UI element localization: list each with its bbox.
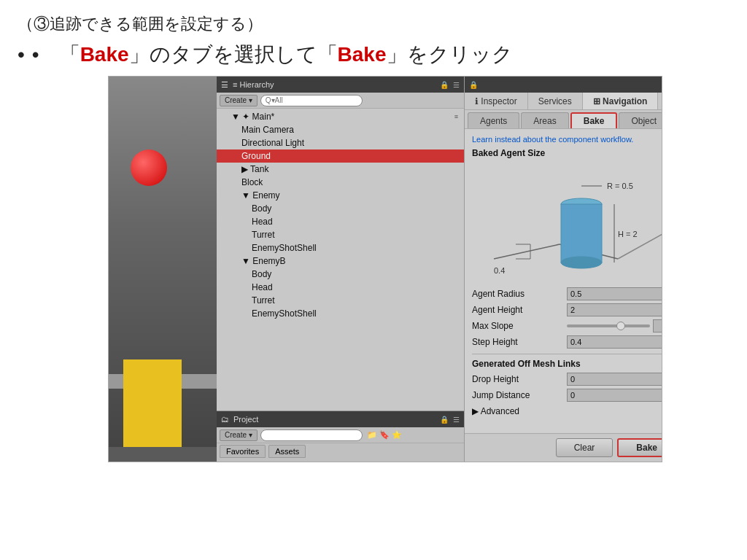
max-slope-slider-thumb[interactable] (616, 322, 625, 330)
hierarchy-search[interactable] (260, 95, 363, 106)
project-folder-icon: 🗂 (221, 415, 229, 424)
max-slope-slider-container (567, 319, 662, 332)
clear-button[interactable]: Clear (556, 438, 614, 457)
bake-button[interactable]: Bake (617, 438, 662, 457)
max-slope-label: Max Slope (472, 321, 567, 331)
tab-agents-label: Agents (480, 116, 507, 126)
step-height-label: Step Height (472, 337, 567, 347)
hierarchy-title: ≡ Hierarchy (233, 80, 274, 89)
agent-radius-label: Agent Radius (472, 289, 567, 299)
tab-navigation[interactable]: ⊞ Navigation (583, 93, 659, 109)
generated-off-mesh-title: Generated Off Mesh Links (472, 359, 662, 369)
svg-point-4 (561, 257, 602, 268)
inspector-icon: ℹ (475, 96, 479, 106)
hier-item-enemyb[interactable]: ▼ EnemyB (217, 254, 464, 268)
bottom-buttons-bar: Clear Bake (465, 433, 662, 462)
line2-suffix: 」をクリック (387, 41, 513, 69)
hier-tank-label: ▶ Tank (241, 164, 268, 174)
baked-agent-size-title: Baked Agent Size (472, 148, 662, 158)
line2-mid: 」のタブを選択して「 (129, 41, 338, 69)
hier-enemy-body-label: Body (252, 203, 271, 214)
hier-item-enemy-turret[interactable]: Turret (217, 228, 464, 241)
hier-item-enemyb-turret[interactable]: Turret (217, 294, 464, 307)
step-height-input[interactable] (567, 335, 662, 349)
svg-text:H = 2: H = 2 (618, 230, 638, 238)
hier-main-camera-label: Main Camera (241, 125, 294, 135)
svg-text:R = 0.5: R = 0.5 (607, 182, 633, 190)
tab-navigation-label: Navigation (603, 96, 647, 106)
hier-item-enemy-head[interactable]: Head (217, 215, 464, 228)
project-icons: 📁 🔖 ⭐ (367, 430, 402, 440)
step-height-row: Step Height (472, 335, 662, 349)
max-slope-row: Max Slope (472, 319, 662, 333)
hierarchy-titlebar: ☰ ≡ Hierarchy 🔒 ☰ (217, 77, 464, 93)
nav-tab-bake[interactable]: Bake (570, 112, 618, 128)
hier-item-block[interactable]: Block (217, 176, 464, 189)
hier-enemy-shot-label: EnemyShotShell (252, 243, 317, 253)
drop-height-label: Drop Height (472, 374, 567, 384)
hier-block-label: Block (241, 177, 263, 187)
hier-enemyb-shot-label: EnemyShotShell (252, 308, 317, 319)
create-button[interactable]: Create ▾ (220, 95, 258, 106)
hier-item-directional-light[interactable]: Directional Light (217, 136, 464, 149)
jump-distance-input[interactable] (567, 389, 662, 402)
drop-height-row: Drop Height (472, 372, 662, 386)
max-slope-value[interactable] (653, 319, 662, 332)
section-divider-1 (472, 354, 662, 354)
heading-line1: （③追跡できる範囲を設定する） (18, 13, 729, 35)
hierarchy-icon: ☰ (221, 80, 228, 90)
max-slope-slider-track[interactable] (567, 324, 650, 327)
agent-height-input[interactable] (567, 303, 662, 316)
hier-item-tank[interactable]: ▶ Tank (217, 163, 464, 176)
project-create-button[interactable]: Create ▾ (220, 429, 258, 441)
tab-inspector-label: Inspector (481, 96, 516, 106)
agent-height-row: Agent Height (472, 303, 662, 317)
project-menu-icon: ☰ (453, 416, 460, 424)
nav-tab-agents[interactable]: Agents (468, 112, 519, 128)
nav-tab-areas[interactable]: Areas (521, 112, 568, 128)
agent-height-label: Agent Height (472, 305, 567, 315)
tab-inspector[interactable]: ℹ Inspector (465, 93, 528, 109)
tab-services-label: Services (538, 96, 572, 106)
hier-item-enemyb-head[interactable]: Head (217, 281, 464, 294)
hier-enemy-head-label: Head (252, 217, 273, 227)
drop-height-input[interactable] (567, 373, 662, 386)
bullet: • (18, 43, 25, 66)
project-toolbar: Create ▾ 📁 🔖 ⭐ (217, 427, 464, 443)
advanced-row[interactable]: ▶ Advanced (472, 404, 662, 419)
hier-enemyb-head-label: Head (252, 282, 273, 292)
line2-red1: Bake (80, 43, 129, 66)
hier-item-main-camera[interactable]: Main Camera (217, 123, 464, 136)
project-search[interactable] (260, 429, 363, 441)
hier-item-enemy[interactable]: ▼ Enemy (217, 189, 464, 202)
hierarchy-content: ▼ ✦ Main* ≡ Main Camera Directional Ligh… (217, 109, 464, 411)
hier-item-enemy-body[interactable]: Body (217, 202, 464, 215)
hier-item-enemy-shot[interactable]: EnemyShotShell (217, 241, 464, 254)
hier-item-main[interactable]: ▼ ✦ Main* ≡ (217, 110, 464, 123)
agent-diagram-svg: R = 0.5 H = 2 0.4 45° (472, 164, 662, 281)
agent-radius-input[interactable] (567, 287, 662, 300)
hier-enemy-label: ▼ Enemy (241, 190, 280, 201)
workflow-link[interactable]: Learn instead about the component workfl… (472, 135, 662, 144)
screenshot-container: ☰ ≡ Hierarchy 🔒 ☰ Create ▾ ▼ ✦ Main* ≡ M… (108, 76, 662, 462)
scene-3d-view (109, 77, 217, 447)
hier-enemy-turret-label: Turret (252, 230, 275, 240)
nav-tab-object[interactable]: Object (619, 112, 662, 128)
hier-enemyb-body-label: Body (252, 269, 271, 279)
project-tab-favorites[interactable]: Favorites (220, 445, 266, 458)
project-tab-assets[interactable]: Assets (268, 445, 306, 458)
scene-red-sphere (131, 149, 167, 186)
nav-lock-icon: 🔒 (469, 81, 478, 89)
agent-radius-row: Agent Radius (472, 287, 662, 301)
hierarchy-menu-icon: ☰ (453, 81, 460, 89)
hier-item-enemyb-body[interactable]: Body (217, 268, 464, 281)
jump-distance-label: Jump Distance (472, 390, 567, 400)
svg-text:0.4: 0.4 (494, 266, 505, 275)
hier-main-label: ▼ ✦ Main* (231, 112, 274, 122)
tab-object-label: Object (631, 116, 657, 126)
hier-item-enemyb-shot[interactable]: EnemyShotShell (217, 307, 464, 320)
line2-prefix: • 「 (32, 41, 80, 69)
tab-services[interactable]: Services (528, 93, 583, 109)
hier-item-ground[interactable]: Ground (217, 149, 464, 163)
nav-content-area: Learn instead about the component workfl… (465, 129, 662, 433)
